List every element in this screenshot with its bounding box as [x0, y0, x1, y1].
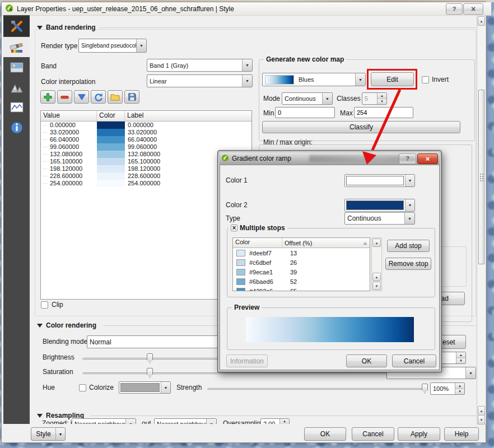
cancel-button[interactable]: Cancel — [352, 427, 394, 441]
band-select[interactable]: Band 1 (Gray) ▼ — [147, 59, 253, 72]
column-offset[interactable]: Offset (%) — [282, 238, 370, 248]
apply-button[interactable]: Apply — [398, 427, 440, 441]
dialog-close-button[interactable]: × — [417, 153, 438, 164]
remove-entry-button[interactable] — [57, 90, 72, 104]
chevron-down-icon: ▼ — [465, 367, 476, 379]
invert-label: Invert — [432, 76, 449, 83]
scroll-up-button-2[interactable]: ▲ — [478, 406, 485, 416]
column-color[interactable]: Color — [233, 238, 282, 248]
dialog-titlebar[interactable]: Gradient color ramp ? × — [220, 152, 440, 165]
information-button[interactable]: Information — [226, 354, 268, 367]
stops-scrollbar[interactable]: ▲ ▲ ▼ — [371, 237, 382, 291]
band-rendering-header[interactable]: Band rendering — [46, 24, 96, 31]
qgis-app-icon — [221, 154, 229, 164]
stop-row[interactable]: #4292c665 — [233, 286, 370, 291]
mode-select[interactable]: Continuous ▼ — [282, 92, 333, 105]
brightness-label: Brightness — [43, 353, 74, 361]
refresh-button[interactable] — [91, 90, 106, 104]
color-ramp-select[interactable]: Blues ▼ — [262, 73, 366, 86]
collapse-arrow-icon[interactable] — [37, 26, 43, 30]
tab-metadata[interactable] — [3, 117, 30, 138]
colorize-color-select[interactable]: ▼ — [119, 381, 171, 394]
scroll-up-button-2[interactable]: ▲ — [372, 273, 381, 281]
stop-row[interactable]: #6baed652 — [233, 277, 370, 286]
remove-stop-button[interactable]: Remove stop — [385, 258, 431, 270]
scroll-up-button[interactable]: ▲ — [372, 239, 381, 247]
scrollbar-thumb[interactable] — [478, 90, 484, 264]
tab-transparency[interactable] — [3, 58, 30, 77]
clip-label: Clip — [52, 301, 63, 309]
value-cell: 33.020000 — [41, 129, 97, 136]
spinner-arrows-icon[interactable]: ▲▼ — [456, 352, 465, 363]
chevron-down-icon: ▼ — [322, 93, 332, 104]
dialog-cancel-button[interactable]: Cancel — [392, 354, 436, 367]
stop-row[interactable]: #9ecae139 — [233, 267, 370, 277]
column-color[interactable]: Color — [97, 111, 125, 121]
tab-histogram[interactable] — [3, 98, 30, 116]
pyramid-icon — [10, 81, 24, 95]
colormap-table-header[interactable]: Value Color Label — [41, 111, 251, 122]
color1-select[interactable]: ▼ — [344, 174, 415, 187]
scroll-down-button[interactable]: ▼ — [478, 415, 485, 424]
window-close-button[interactable]: × — [463, 3, 483, 15]
column-value[interactable]: Value — [41, 111, 97, 121]
color2-select[interactable]: ▼ — [344, 199, 415, 212]
saturation-label: Saturation — [43, 368, 73, 376]
color-rendering-header[interactable]: Color rendering — [46, 321, 96, 329]
color-cell — [97, 136, 125, 143]
sort-ascending-icon — [363, 242, 367, 245]
sort-button[interactable] — [74, 90, 89, 104]
colormap-row[interactable]: 33.02000033.020000 — [41, 129, 251, 136]
strength-spinner[interactable]: 100% ▲▼ — [430, 382, 465, 395]
add-entry-button[interactable] — [40, 90, 55, 104]
stops-table[interactable]: Color Offset (%) #deebf713#c6dbef26#9eca… — [232, 237, 370, 291]
help-button[interactable]: Help — [444, 427, 479, 441]
zoomed-out-select[interactable]: Nearest neighbour ▼ — [154, 418, 217, 424]
ok-button[interactable]: OK — [304, 427, 346, 441]
max-input[interactable] — [354, 107, 413, 118]
preview-group: Preview — [227, 307, 435, 350]
min-input[interactable] — [275, 107, 335, 118]
color-interpolation-select[interactable]: Linear ▼ — [147, 74, 253, 87]
scroll-down-button[interactable]: ▼ — [372, 282, 381, 290]
zoomed-in-label: Zoomed: in — [42, 419, 76, 424]
tab-pyramids[interactable] — [3, 78, 30, 97]
scroll-up-button[interactable]: ▲ — [478, 16, 485, 26]
colorize-label: Colorize — [89, 384, 114, 391]
style-menu-button[interactable]: Style ▼ — [31, 427, 66, 441]
oversampling-spinner[interactable]: 2.00 ▲▼ — [260, 418, 290, 424]
spinner-arrows-icon[interactable]: ▲▼ — [279, 419, 289, 424]
classify-button[interactable]: Classify — [262, 121, 460, 133]
stop-row[interactable]: #deebf713 — [233, 248, 370, 258]
column-label[interactable]: Label — [125, 111, 251, 121]
stop-row[interactable]: #c6dbef26 — [233, 258, 370, 267]
type-select[interactable]: Continuous ▼ — [344, 212, 415, 225]
collapse-arrow-icon[interactable] — [37, 414, 43, 418]
main-scrollbar[interactable]: ▲ ▲ ▼ — [477, 15, 486, 424]
tab-general[interactable] — [3, 16, 30, 36]
add-stop-button[interactable]: Add stop — [387, 240, 430, 252]
invert-checkbox[interactable] — [422, 76, 429, 83]
window-titlebar[interactable]: Layer Properties - uep_uster_release_201… — [2, 2, 491, 16]
colormap-row[interactable]: 0.0000000.000000 — [41, 122, 251, 129]
stops-table-header[interactable]: Color Offset (%) — [233, 238, 370, 248]
dialog-ok-button[interactable]: OK — [346, 354, 387, 367]
classes-spinner[interactable]: 5 ▲▼ — [362, 92, 387, 105]
spinner-arrows-icon[interactable]: ▲▼ — [455, 383, 464, 394]
saturation-slider[interactable] — [82, 372, 427, 374]
multiple-stops-checkbox[interactable]: × — [231, 225, 237, 231]
tab-style[interactable] — [3, 37, 30, 57]
blending-mode-label: Blending mode — [43, 338, 87, 346]
colormap-row[interactable]: 66.04000066.040000 — [41, 136, 251, 143]
render-type-select[interactable]: Singleband pseudocolor ▼ — [78, 39, 147, 53]
zoomed-in-select[interactable]: Nearest neighbour ▼ — [72, 418, 136, 424]
colorize-checkbox[interactable] — [79, 384, 86, 391]
collapse-arrow-icon[interactable] — [37, 324, 43, 328]
save-colormap-button[interactable] — [124, 90, 139, 104]
strength-slider[interactable] — [207, 388, 427, 390]
spinner-arrows-icon[interactable]: ▲▼ — [377, 93, 386, 104]
stop-swatch — [236, 269, 245, 276]
load-colormap-button[interactable] — [108, 90, 123, 104]
clip-checkbox[interactable] — [41, 301, 48, 309]
window-help-button[interactable]: ? — [446, 3, 463, 15]
